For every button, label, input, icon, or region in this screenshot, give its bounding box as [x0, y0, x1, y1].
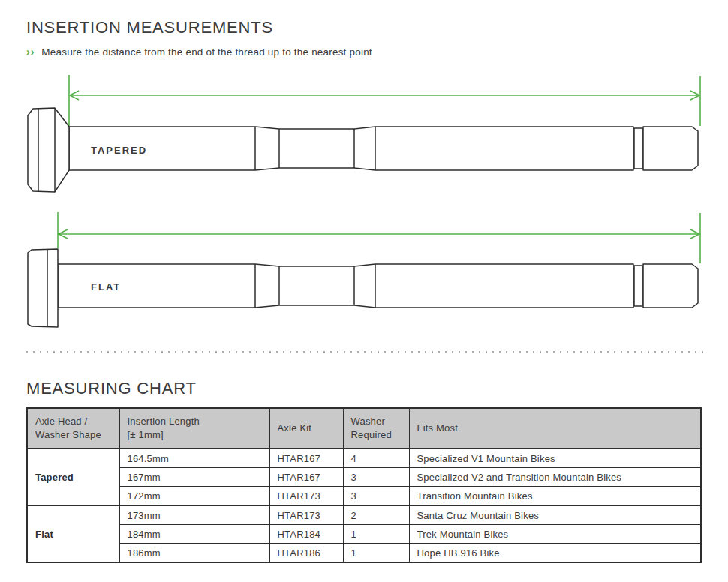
tapered-axle-shaft [69, 127, 633, 170]
fits-cell: Santa Cruz Mountain Bikes [409, 506, 701, 525]
washer-cell: 2 [343, 506, 409, 525]
kit-cell: HTAR167 [269, 468, 343, 487]
tapered-label: TAPERED [91, 145, 147, 156]
tapered-axle-head [28, 108, 69, 192]
column-header-axle-head: Axle Head / Washer Shape [27, 408, 119, 448]
kit-cell: HTAR186 [269, 544, 343, 563]
flat-label: FLAT [91, 281, 121, 292]
column-header-fits-most: Fits Most [409, 408, 701, 448]
measure-arrow-flat [58, 212, 700, 263]
length-cell: 172mm [119, 487, 269, 506]
table-row: Flat 173mm HTAR173 2 Santa Cruz Mountain… [27, 506, 701, 525]
length-cell: 186mm [119, 544, 269, 563]
washer-cell: 3 [343, 487, 409, 506]
dotted-separator [26, 351, 705, 353]
table-row: 167mm HTAR167 3 Specialized V2 and Trans… [27, 468, 701, 487]
threaded-end [643, 264, 698, 308]
flat-axle-head [28, 249, 58, 327]
washer-cell: 3 [343, 468, 409, 487]
flat-axle-shaft [58, 264, 633, 308]
page-title: INSERTION MEASUREMENTS [26, 18, 273, 38]
fits-cell: Hope HB.916 Bike [409, 544, 701, 563]
column-header-axle-kit: Axle Kit [269, 408, 343, 448]
threaded-end [643, 127, 698, 170]
length-cell: 167mm [119, 468, 269, 487]
chevron-right-icon: ›› [26, 46, 35, 58]
thread-groove [634, 266, 642, 306]
table-row: Tapered 164.5mm HTAR167 4 Specialized V1… [27, 448, 701, 468]
table-row: 184mm HTAR184 1 Trek Mountain Bikes [27, 525, 701, 544]
tapered-axle-drawing: TAPERED [28, 108, 698, 192]
kit-cell: HTAR173 [269, 506, 343, 525]
kit-cell: HTAR167 [269, 448, 343, 468]
measuring-chart-title: MEASURING CHART [26, 379, 197, 398]
instruction-text: Measure the distance from the end of the… [41, 46, 372, 58]
table-row: 172mm HTAR173 3 Transition Mountain Bike… [27, 487, 701, 506]
fits-cell: Specialized V1 Mountain Bikes [409, 448, 701, 468]
column-header-insertion-length: Insertion Length [± 1mm] [119, 408, 269, 448]
kit-cell: HTAR173 [269, 487, 343, 506]
washer-cell: 4 [343, 448, 409, 468]
table-row: 186mm HTAR186 1 Hope HB.916 Bike [27, 544, 701, 563]
thread-groove [634, 128, 642, 169]
length-cell: 173mm [119, 506, 269, 525]
axle-diagrams: TAPERED FLAT [0, 66, 728, 336]
fits-cell: Transition Mountain Bikes [409, 487, 701, 506]
fits-cell: Specialized V2 and Transition Mountain B… [409, 468, 701, 487]
header-row: Axle Head / Washer Shape Insertion Lengt… [27, 408, 701, 448]
kit-cell: HTAR184 [269, 525, 343, 544]
length-cell: 164.5mm [119, 448, 269, 468]
washer-cell: 1 [343, 525, 409, 544]
measure-arrow-tapered [69, 75, 700, 126]
shape-cell-tapered: Tapered [27, 448, 119, 506]
flat-axle-drawing: FLAT [28, 249, 698, 327]
fits-cell: Trek Mountain Bikes [409, 525, 701, 544]
length-cell: 184mm [119, 525, 269, 544]
shape-cell-flat: Flat [27, 506, 119, 562]
instruction-line: ››Measure the distance from the end of t… [26, 46, 372, 58]
measuring-chart-table: Axle Head / Washer Shape Insertion Lengt… [26, 407, 702, 563]
washer-cell: 1 [343, 544, 409, 563]
column-header-washer-required: Washer Required [343, 408, 409, 448]
